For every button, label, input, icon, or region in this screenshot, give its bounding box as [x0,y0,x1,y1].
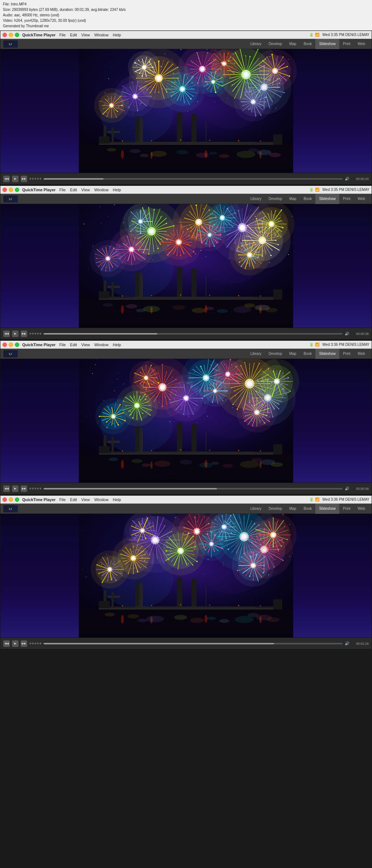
play-button[interactable]: ▶ [12,331,19,337]
lr-tab-book[interactable]: Book [300,194,316,204]
traffic-lights-1[interactable] [3,33,19,37]
traffic-lights-2[interactable] [3,188,19,192]
lr-tab-develop[interactable]: Develop [265,504,286,514]
lr-tab-library[interactable]: Library [247,504,265,514]
menu-item-edit[interactable]: Edit [70,33,77,37]
lr-tabs[interactable]: LibraryDevelopMapBookSlideshowPrintWeb [247,504,369,514]
volume-icon[interactable]: 🔊 [345,332,349,336]
menu-item-help[interactable]: Help [113,497,121,502]
volume-icon[interactable]: 🔊 [345,177,349,181]
close-button[interactable] [3,188,7,192]
menu-item-window[interactable]: Window [94,188,108,192]
lr-tab-slideshow[interactable]: Slideshow [315,504,339,514]
rewind-button[interactable]: ◀◀ [3,331,10,337]
lr-tab-library[interactable]: Library [247,39,265,49]
lr-tab-map[interactable]: Map [286,349,300,359]
controls-bar-4[interactable]: ◀◀ ▶ ▶▶ 🔊 00:01:16 [0,637,372,649]
volume-icon[interactable]: 🔊 [345,487,349,491]
lr-tabs[interactable]: LibraryDevelopMapBookSlideshowPrintWeb [247,39,369,49]
minimize-button[interactable] [9,188,13,192]
menu-item-help[interactable]: Help [113,343,121,347]
lr-tab-slideshow[interactable]: Slideshow [315,349,339,359]
lr-tab-book[interactable]: Book [300,504,316,514]
fastforward-button[interactable]: ▶▶ [21,640,27,647]
lr-tab-print[interactable]: Print [339,194,354,204]
lr-tab-web[interactable]: Web [354,39,369,49]
menu-item-edit[interactable]: Edit [70,343,77,347]
lr-tab-print[interactable]: Print [339,504,354,514]
traffic-lights-4[interactable] [3,497,19,502]
video-frame-1[interactable] [0,49,372,173]
svg-point-1144 [241,250,242,251]
lr-tab-print[interactable]: Print [339,349,354,359]
fullscreen-button[interactable] [15,343,19,347]
fastforward-button[interactable]: ▶▶ [21,176,27,182]
menu-item-view[interactable]: View [81,188,90,192]
lr-tab-develop[interactable]: Develop [265,349,286,359]
menu-item-help[interactable]: Help [113,188,121,192]
play-button[interactable]: ▶ [12,176,19,182]
lr-tab-book[interactable]: Book [300,349,316,359]
menu-item-help[interactable]: Help [113,33,121,37]
fastforward-button[interactable]: ▶▶ [21,331,27,337]
minimize-button[interactable] [9,343,13,347]
volume-icon[interactable]: 🔊 [345,641,349,645]
menu-item-view[interactable]: View [81,497,90,502]
lr-tab-develop[interactable]: Develop [265,194,286,204]
play-button[interactable]: ▶ [12,485,19,492]
menu-item-view[interactable]: View [81,343,90,347]
minimize-button[interactable] [9,33,13,37]
progress-bar[interactable] [44,178,343,180]
traffic-lights-3[interactable] [3,343,19,347]
video-frame-2[interactable] [0,204,372,328]
video-frame-4[interactable] [0,514,372,637]
menu-item-window[interactable]: Window [94,497,108,502]
lr-tab-slideshow[interactable]: Slideshow [315,194,339,204]
lr-tab-web[interactable]: Web [354,504,369,514]
controls-bar-3[interactable]: ◀◀ ▶ ▶▶ 🔊 00:00:58 [0,483,372,494]
lr-tab-map[interactable]: Map [286,194,300,204]
play-button[interactable]: ▶ [12,640,19,647]
fullscreen-button[interactable] [15,497,19,502]
lr-tab-map[interactable]: Map [286,504,300,514]
lr-tabs[interactable]: LibraryDevelopMapBookSlideshowPrintWeb [247,194,369,204]
menu-item-file[interactable]: File [59,33,66,37]
lr-tab-print[interactable]: Print [339,39,354,49]
close-button[interactable] [3,497,7,502]
svg-point-945 [247,225,248,227]
svg-point-1389 [232,404,234,405]
menu-item-edit[interactable]: Edit [70,497,77,502]
lr-tabs[interactable]: LibraryDevelopMapBookSlideshowPrintWeb [247,349,369,359]
lr-tab-slideshow[interactable]: Slideshow [315,39,339,49]
minimize-button[interactable] [9,497,13,502]
menu-item-file[interactable]: File [59,343,66,347]
rewind-button[interactable]: ◀◀ [3,176,10,182]
lr-tab-library[interactable]: Library [247,349,265,359]
lr-tab-book[interactable]: Book [300,39,316,49]
progress-bar[interactable] [44,333,343,335]
progress-bar[interactable] [44,643,343,644]
svg-point-1823 [138,405,139,405]
fastforward-button[interactable]: ▶▶ [21,485,27,492]
menu-item-file[interactable]: File [59,497,66,502]
menu-item-window[interactable]: Window [94,33,108,37]
fullscreen-button[interactable] [15,33,19,37]
lr-tab-web[interactable]: Web [354,349,369,359]
lr-tab-web[interactable]: Web [354,194,369,204]
close-button[interactable] [3,343,7,347]
menu-item-view[interactable]: View [81,33,90,37]
menu-item-edit[interactable]: Edit [70,188,77,192]
video-frame-3[interactable] [0,359,372,483]
menu-item-window[interactable]: Window [94,343,108,347]
progress-bar[interactable] [44,488,343,489]
rewind-button[interactable]: ◀◀ [3,485,10,492]
controls-bar-1[interactable]: ◀◀ ▶ ▶▶ 🔊 00:00:20 [0,173,372,184]
fullscreen-button[interactable] [15,188,19,192]
rewind-button[interactable]: ◀◀ [3,640,10,647]
lr-tab-library[interactable]: Library [247,194,265,204]
controls-bar-2[interactable]: ◀◀ ▶ ▶▶ 🔊 00:00:38 [0,328,372,339]
close-button[interactable] [3,33,7,37]
lr-tab-develop[interactable]: Develop [265,39,286,49]
menu-item-file[interactable]: File [59,188,66,192]
lr-tab-map[interactable]: Map [286,39,300,49]
